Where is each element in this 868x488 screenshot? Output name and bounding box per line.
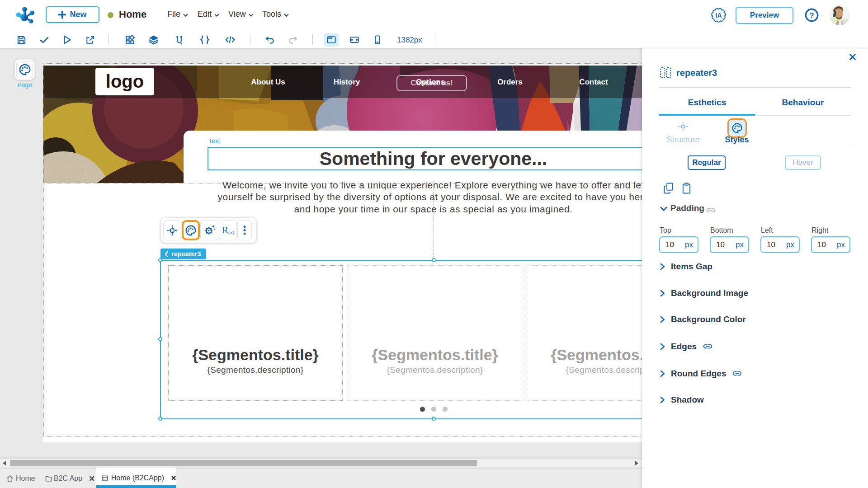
svg-text:IA: IA [716,12,722,19]
svg-text:(x): (x) [228,230,234,235]
svg-text:R: R [222,225,228,235]
svg-text:?: ? [809,11,814,20]
